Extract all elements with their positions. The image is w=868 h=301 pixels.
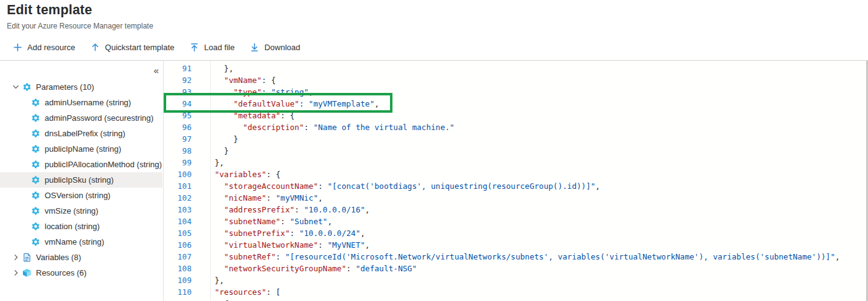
- line-number: 99: [164, 157, 198, 168]
- line-number: 102: [164, 192, 198, 204]
- code-line-98[interactable]: 98 }: [164, 145, 866, 157]
- page-subtitle: Edit your Azure Resource Manager templat…: [7, 22, 153, 30]
- code-line-104[interactable]: 104 "subnetName": "Subnet",: [164, 216, 866, 227]
- gear-icon: [31, 160, 40, 169]
- line-number: 96: [164, 121, 198, 133]
- code-text: "addressPrefix": "10.0.0.0/16",: [198, 204, 370, 216]
- code-text: },: [198, 274, 224, 286]
- line-number: 95: [164, 110, 198, 121]
- toolbar-button-quickstart-template[interactable]: Quickstart template: [90, 42, 174, 52]
- toolbar-button-label: Quickstart template: [105, 43, 174, 52]
- line-number: 97: [164, 133, 198, 145]
- code-line-91[interactable]: 91 },: [164, 63, 866, 74]
- gear-icon: [31, 144, 40, 154]
- tree-item-publicIpSku[interactable]: publicIpSku (string): [0, 172, 162, 188]
- page-title: Edit template: [7, 2, 92, 18]
- line-number: 106: [164, 239, 198, 251]
- tree-item-label: publicIPAllocationMethod (string): [45, 160, 162, 169]
- toolbar-button-load-file[interactable]: Load file: [189, 42, 234, 52]
- code-text: },: [198, 63, 234, 74]
- code-line-106[interactable]: 106 "virtualNetworkName": "MyVNET",: [164, 239, 866, 251]
- tree-item-label: publicIpName (string): [45, 144, 122, 154]
- tree-item-publicIpName[interactable]: publicIpName (string): [0, 141, 162, 157]
- code-text: "resources": [: [198, 286, 280, 298]
- code-line-109[interactable]: 109 },: [164, 274, 866, 286]
- line-number: 100: [164, 168, 198, 180]
- code-line-100[interactable]: 100 "variables": {: [164, 168, 866, 180]
- toolbar-button-add-resource[interactable]: Add resource: [12, 42, 75, 52]
- line-number: 109: [164, 274, 198, 286]
- tree-item-location[interactable]: location (string): [0, 219, 162, 234]
- document-icon: [22, 253, 32, 262]
- code-line-111[interactable]: 111 {: [164, 298, 866, 301]
- code-line-107[interactable]: 107 "subnetRef": "[resourceId('Microsoft…: [164, 251, 866, 263]
- chevron-down-icon[interactable]: [11, 83, 20, 92]
- code-line-95[interactable]: 95 "metadata": {: [164, 110, 866, 121]
- line-number: 94: [164, 98, 198, 110]
- code-line-92[interactable]: 92 "vmName": {: [164, 74, 866, 86]
- line-number: 92: [164, 74, 198, 86]
- code-line-108[interactable]: 108 "networkSecurityGroupName": "default…: [164, 263, 866, 274]
- download-icon: [249, 42, 259, 52]
- tree-item-dnsLabelPrefix[interactable]: dnsLabelPrefix (string): [0, 126, 162, 141]
- tree-item-vmName[interactable]: vmName (string): [0, 234, 162, 250]
- line-number: 101: [164, 180, 198, 192]
- line-number: 108: [164, 263, 198, 274]
- tree-item-adminPassword[interactable]: adminPassword (securestring): [0, 110, 162, 126]
- code-line-96[interactable]: 96 "description": "Name of the virtual m…: [164, 121, 866, 133]
- toolbar-button-download[interactable]: Download: [249, 42, 300, 52]
- chevron-right-icon[interactable]: [11, 253, 20, 262]
- code-line-99[interactable]: 99 },: [164, 157, 866, 168]
- tree-item-Resources[interactable]: Resources (6): [0, 265, 162, 281]
- code-line-103[interactable]: 103 "addressPrefix": "10.0.0.0/16",: [164, 204, 866, 216]
- upload-icon: [189, 42, 199, 52]
- template-tree: Parameters (10)adminUsername (string)adm…: [0, 79, 162, 281]
- code-text: "metadata": {: [198, 110, 294, 121]
- tree-item-Parameters[interactable]: Parameters (10): [0, 79, 162, 95]
- code-text: "type": "string",: [198, 86, 313, 98]
- collapse-sidebar-icon[interactable]: «: [154, 65, 159, 76]
- code-line-101[interactable]: 101 "storageAccountName": "[concat('boot…: [164, 180, 866, 192]
- toolbar-button-label: Load file: [204, 43, 234, 52]
- code-text: "subnetPrefix": "10.0.0.0/24",: [198, 227, 365, 239]
- code-line-105[interactable]: 105 "subnetPrefix": "10.0.0.0/24",: [164, 227, 866, 239]
- tree-item-publicIPAllocationMethod[interactable]: publicIPAllocationMethod (string): [0, 157, 162, 172]
- tree-item-Variables[interactable]: Variables (8): [0, 250, 162, 265]
- code-text: }: [198, 145, 229, 157]
- tree-item-OSVersion[interactable]: OSVersion (string): [0, 188, 162, 203]
- tree-item-label: OSVersion (string): [45, 191, 110, 200]
- code-editor[interactable]: 91 },92 "vmName": {93 "type": "string",9…: [163, 61, 866, 301]
- template-outline-sidebar: « Parameters (10)adminUsername (string)a…: [0, 61, 163, 301]
- code-line-94[interactable]: 94 "defaultValue": "myVMTemplate",: [164, 98, 866, 110]
- code-text: "storageAccountName": "[concat('bootdiag…: [198, 180, 600, 192]
- line-number: 93: [164, 86, 198, 98]
- gear-icon: [31, 113, 40, 123]
- tree-item-label: dnsLabelPrefix (string): [45, 129, 125, 138]
- gear-icon: [31, 129, 40, 138]
- code-text: "variables": {: [198, 168, 280, 180]
- line-number: 91: [164, 63, 198, 74]
- tree-item-vmSize[interactable]: vmSize (string): [0, 203, 162, 219]
- line-number: 111: [164, 298, 198, 301]
- arrow-up-icon: [90, 42, 100, 52]
- code-text: "defaultValue": "myVMTemplate",: [198, 98, 379, 110]
- tree-item-label: adminUsername (string): [45, 98, 131, 107]
- toolbar-button-label: Add resource: [27, 43, 75, 52]
- code-text: "nicName": "myVMNic",: [198, 192, 323, 204]
- gear-icon: [31, 98, 40, 107]
- code-line-97[interactable]: 97 }: [164, 133, 866, 145]
- code-line-102[interactable]: 102 "nicName": "myVMNic",: [164, 192, 866, 204]
- gear-icon: [31, 206, 40, 216]
- code-text: "description": "Name of the virtual mach…: [198, 121, 454, 133]
- gear-icon: [31, 191, 40, 200]
- code-text: },: [198, 157, 224, 168]
- line-number: 104: [164, 216, 198, 227]
- code-text: "vmName": {: [198, 74, 276, 86]
- code-line-110[interactable]: 110 "resources": [: [164, 286, 866, 298]
- gear-icon: [31, 237, 40, 246]
- chevron-right-icon[interactable]: [11, 269, 20, 277]
- code-line-93[interactable]: 93 "type": "string",: [164, 86, 866, 98]
- code-text: "subnetRef": "[resourceId('Microsoft.Net…: [198, 251, 840, 263]
- tree-item-adminUsername[interactable]: adminUsername (string): [0, 95, 162, 110]
- tree-item-label: Parameters (10): [36, 82, 94, 92]
